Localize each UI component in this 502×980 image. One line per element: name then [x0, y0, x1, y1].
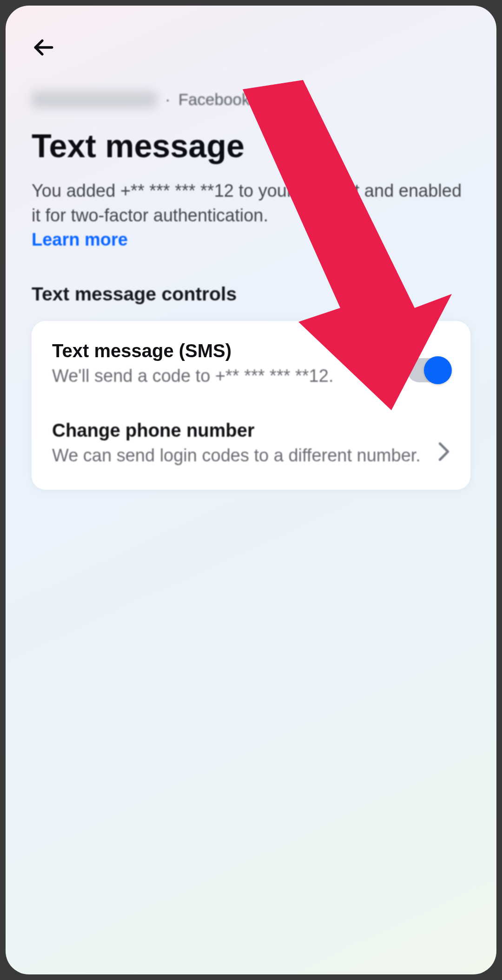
arrow-left-icon: [32, 36, 55, 61]
sms-toggle[interactable]: [407, 358, 450, 382]
change-phone-row[interactable]: Change phone number We can send login co…: [52, 420, 450, 467]
sms-toggle-row: Text message (SMS) We'll send a code to …: [52, 340, 450, 388]
back-button[interactable]: [32, 34, 59, 62]
change-phone-subtitle: We can send login codes to a different n…: [52, 444, 424, 467]
breadcrumb-account-redacted: [32, 91, 157, 108]
controls-card: Text message (SMS) We'll send a code to …: [32, 321, 470, 490]
section-heading: Text message controls: [32, 283, 470, 305]
chevron-right-icon: [438, 441, 450, 464]
settings-screen: · Facebook Text message You added +** **…: [6, 6, 496, 974]
breadcrumb: · Facebook: [32, 90, 470, 109]
page-title: Text message: [32, 127, 470, 165]
sms-title: Text message (SMS): [52, 340, 393, 361]
breadcrumb-separator: ·: [165, 90, 170, 109]
breadcrumb-app: Facebook: [178, 90, 250, 109]
toggle-knob: [424, 356, 452, 384]
change-phone-title: Change phone number: [52, 420, 424, 441]
page-description: You added +** *** *** **12 to your accou…: [32, 179, 470, 228]
sms-subtitle: We'll send a code to +** *** *** **12.: [52, 364, 393, 388]
learn-more-link[interactable]: Learn more: [32, 230, 128, 250]
